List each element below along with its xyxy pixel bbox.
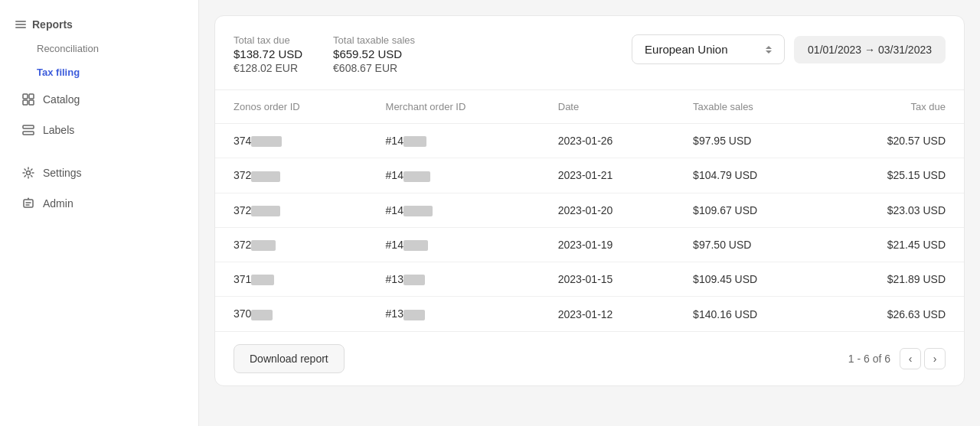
table-row: 371 #13 2023-01-15 $109.45 USD $21.89 US…: [215, 262, 964, 297]
cell-date: 2023-01-12: [540, 297, 675, 331]
cell-tax-due: $25.15 USD: [824, 158, 964, 193]
tax-filing-label: Tax filing: [37, 67, 80, 78]
tax-filing-card: Total tax due $138.72 USD €128.02 EUR To…: [214, 15, 965, 386]
cell-tax-due: $21.45 USD: [824, 227, 964, 262]
table-row: 372 #14 2023-01-20 $109.67 USD $23.03 US…: [215, 193, 964, 227]
region-select[interactable]: European Union: [632, 34, 785, 64]
settings-icon: [21, 166, 35, 180]
sidebar-item-tax-filing[interactable]: Tax filing: [0, 60, 198, 84]
cell-taxable-sales: $109.67 USD: [675, 193, 824, 227]
svg-rect-5: [23, 132, 34, 135]
table-row: 370 #13 2023-01-12 $140.16 USD $26.63 US…: [215, 297, 964, 331]
catalog-icon: [21, 93, 35, 106]
svg-rect-4: [23, 125, 34, 128]
svg-point-6: [27, 171, 31, 175]
svg-rect-0: [23, 94, 28, 99]
table-row: 372 #14 2023-01-21 $104.79 USD $25.15 US…: [215, 158, 964, 193]
sidebar-item-settings[interactable]: Settings: [6, 158, 192, 187]
card-footer: Download report 1 - 6 of 6 ‹ ›: [215, 331, 964, 385]
sidebar-item-admin[interactable]: Admin: [6, 189, 192, 218]
cell-merchant-id: #13: [368, 297, 540, 331]
sidebar-reports-label: Reports: [32, 18, 73, 31]
sidebar: Reports Reconciliation Tax filing Catalo…: [0, 0, 199, 426]
next-page-button[interactable]: ›: [924, 348, 946, 369]
cell-taxable-sales: $97.95 USD: [675, 124, 824, 158]
cell-tax-due: $21.89 USD: [824, 262, 964, 297]
card-header: Total tax due $138.72 USD €128.02 EUR To…: [215, 16, 964, 90]
admin-icon: [21, 197, 35, 210]
total-taxable-sales-eur: €608.67 EUR: [333, 62, 415, 74]
total-tax-due-eur: €128.02 EUR: [234, 62, 302, 74]
table-row: 374 #14 2023-01-26 $97.95 USD $20.57 USD: [215, 124, 964, 158]
cell-merchant-id: #13: [368, 262, 540, 297]
col-zonos-id: Zonos order ID: [215, 90, 368, 124]
settings-label: Settings: [43, 167, 82, 179]
reconciliation-label: Reconciliation: [37, 43, 99, 54]
total-tax-due-block: Total tax due $138.72 USD €128.02 EUR: [234, 34, 302, 74]
main-content: Total tax due $138.72 USD €128.02 EUR To…: [199, 0, 980, 426]
total-taxable-sales-usd: $659.52 USD: [333, 47, 415, 60]
total-taxable-sales-block: Total taxable sales $659.52 USD €608.67 …: [333, 34, 415, 74]
svg-rect-1: [29, 94, 34, 99]
download-report-button[interactable]: Download report: [234, 344, 345, 373]
cell-tax-due: $23.03 USD: [824, 193, 964, 227]
cell-merchant-id: #14: [368, 227, 540, 262]
svg-rect-2: [23, 100, 28, 105]
sidebar-reports-header: Reports: [0, 12, 198, 37]
labels-icon: [21, 123, 35, 137]
table-row: 372 #14 2023-01-19 $97.50 USD $21.45 USD: [215, 227, 964, 262]
cell-date: 2023-01-19: [540, 227, 675, 262]
svg-point-8: [28, 198, 29, 200]
date-range-display: 01/01/2023 → 03/31/2023: [794, 36, 946, 63]
cell-tax-due: $26.63 USD: [824, 297, 964, 331]
cell-zonos-id: 371: [215, 262, 368, 297]
svg-rect-7: [24, 200, 33, 207]
col-tax-due: Tax due: [824, 90, 964, 124]
svg-rect-3: [29, 100, 34, 105]
total-tax-due-label: Total tax due: [234, 34, 302, 46]
prev-page-button[interactable]: ‹: [900, 348, 921, 369]
col-merchant-id: Merchant order ID: [368, 90, 540, 124]
cell-date: 2023-01-21: [540, 158, 675, 193]
catalog-label: Catalog: [43, 93, 80, 106]
cell-zonos-id: 374: [215, 124, 368, 158]
sidebar-item-catalog[interactable]: Catalog: [6, 85, 192, 114]
cell-date: 2023-01-15: [540, 262, 675, 297]
cell-date: 2023-01-20: [540, 193, 675, 227]
region-chevron-icon: [766, 46, 772, 54]
sidebar-item-reconciliation[interactable]: Reconciliation: [0, 37, 198, 60]
cell-merchant-id: #14: [368, 124, 540, 158]
cell-tax-due: $20.57 USD: [824, 124, 964, 158]
labels-label: Labels: [43, 124, 74, 136]
pagination: 1 - 6 of 6 ‹ ›: [848, 348, 946, 369]
cell-zonos-id: 372: [215, 227, 368, 262]
reports-icon: [15, 21, 26, 28]
pagination-nav: ‹ ›: [900, 348, 946, 369]
cell-taxable-sales: $97.50 USD: [675, 227, 824, 262]
cell-taxable-sales: $140.16 USD: [675, 297, 824, 331]
cell-zonos-id: 372: [215, 193, 368, 227]
cell-taxable-sales: $104.79 USD: [675, 158, 824, 193]
col-date: Date: [540, 90, 675, 124]
admin-label: Admin: [43, 197, 74, 210]
cell-merchant-id: #14: [368, 193, 540, 227]
total-tax-due-usd: $138.72 USD: [234, 47, 302, 60]
cell-taxable-sales: $109.45 USD: [675, 262, 824, 297]
sidebar-item-labels[interactable]: Labels: [6, 115, 192, 145]
cell-zonos-id: 370: [215, 297, 368, 331]
cell-date: 2023-01-26: [540, 124, 675, 158]
col-taxable-sales: Taxable sales: [675, 90, 824, 124]
pagination-text: 1 - 6 of 6: [848, 353, 890, 365]
total-taxable-sales-label: Total taxable sales: [333, 34, 415, 46]
region-value: European Union: [645, 43, 727, 56]
orders-table: Zonos order ID Merchant order ID Date Ta…: [215, 90, 964, 331]
cell-merchant-id: #14: [368, 158, 540, 193]
cell-zonos-id: 372: [215, 158, 368, 193]
header-controls: European Union 01/01/2023 → 03/31/2023: [632, 34, 946, 64]
